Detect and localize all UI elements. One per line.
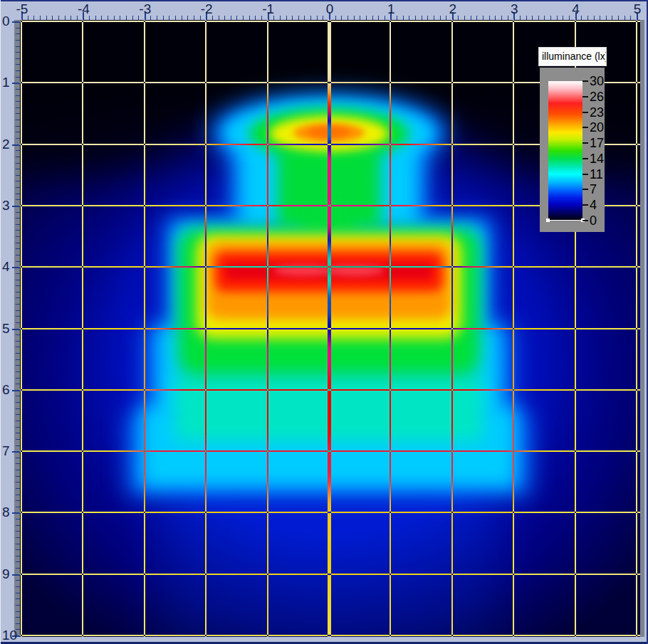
minor-tick xyxy=(175,16,176,20)
minor-tick xyxy=(58,16,59,20)
minor-tick xyxy=(606,16,607,20)
minor-tick xyxy=(544,16,545,20)
minor-tick xyxy=(16,525,20,526)
minor-tick xyxy=(16,297,20,298)
ruler-top-label: 0 xyxy=(314,2,345,16)
minor-tick xyxy=(16,378,20,379)
minor-tick xyxy=(16,199,20,200)
legend-title: illuminance (lx) xyxy=(538,47,607,66)
ruler-top-label: 1 xyxy=(375,2,407,16)
colorbar-tick xyxy=(582,127,588,128)
colorbar-tick-label: 14 xyxy=(590,152,604,165)
minor-tick xyxy=(16,371,20,372)
minor-tick xyxy=(16,150,20,151)
minor-tick xyxy=(550,16,551,20)
minor-tick xyxy=(16,70,20,71)
ruler-vertical[interactable]: 012345678910 xyxy=(1,0,20,637)
minor-tick xyxy=(16,427,20,428)
minor-tick xyxy=(16,414,20,415)
major-tick xyxy=(12,267,20,268)
legend-illuminance[interactable]: illuminance (lx) 30262320171411740 xyxy=(538,47,607,233)
minor-tick xyxy=(434,16,434,20)
minor-tick xyxy=(354,16,355,20)
minor-tick xyxy=(538,16,539,20)
colorbar-tick xyxy=(582,174,588,175)
ruler-left-label: 4 xyxy=(2,260,10,274)
ruler-left-label: 3 xyxy=(2,199,10,213)
minor-tick xyxy=(16,212,20,213)
major-tick xyxy=(12,451,20,453)
minor-tick xyxy=(243,16,244,20)
ruler-left-label: 0 xyxy=(2,14,10,28)
minor-tick xyxy=(16,304,20,305)
grid-line-horizontal xyxy=(20,21,640,22)
minor-tick xyxy=(249,16,250,20)
minor-tick xyxy=(16,132,20,132)
ruler-left-label: 2 xyxy=(2,137,10,152)
colorbar-tick-label: 4 xyxy=(590,199,597,211)
colorbar-handle-left[interactable] xyxy=(546,218,550,222)
minor-tick xyxy=(16,556,20,556)
minor-tick xyxy=(16,126,20,127)
minor-tick xyxy=(618,16,619,20)
minor-tick xyxy=(16,488,20,489)
minor-tick xyxy=(236,16,237,20)
minor-tick xyxy=(126,16,127,20)
colorbar-tick-label: 30 xyxy=(590,75,604,88)
minor-tick xyxy=(16,261,20,262)
minor-tick xyxy=(16,598,20,599)
ruler-left-label: 8 xyxy=(2,505,10,519)
minor-tick xyxy=(16,476,20,477)
minor-tick xyxy=(16,113,20,114)
colorbar-tick-label: 11 xyxy=(590,168,603,181)
minor-tick xyxy=(182,16,182,20)
minor-tick xyxy=(16,605,20,606)
major-tick xyxy=(12,206,20,207)
minor-tick xyxy=(16,187,20,188)
minor-tick xyxy=(286,16,287,20)
minor-tick xyxy=(16,285,20,286)
minor-tick xyxy=(409,16,409,20)
ruler-left-label: 5 xyxy=(2,322,10,336)
window-border-left xyxy=(0,0,1,644)
colorbar-tick-label: 7 xyxy=(590,183,597,196)
minor-tick xyxy=(16,500,20,501)
minor-tick xyxy=(16,138,20,139)
minor-tick xyxy=(16,248,20,249)
minor-tick xyxy=(16,537,20,538)
minor-tick xyxy=(16,568,20,569)
minor-tick xyxy=(163,16,164,20)
minor-tick xyxy=(16,617,20,618)
minor-tick xyxy=(114,16,115,20)
colorbar-tick xyxy=(582,142,588,144)
minor-tick xyxy=(476,16,477,20)
ruler-left-label: 6 xyxy=(2,383,10,397)
minor-tick xyxy=(16,77,20,78)
grid-line-horizontal xyxy=(20,574,640,575)
minor-tick xyxy=(16,433,20,433)
minor-tick xyxy=(16,273,20,274)
minor-tick xyxy=(372,16,373,20)
minor-tick xyxy=(16,280,20,280)
minor-tick xyxy=(471,16,471,20)
minor-tick xyxy=(16,593,20,593)
minor-tick xyxy=(16,46,20,47)
minor-tick xyxy=(292,16,293,20)
minor-tick xyxy=(16,353,20,354)
minor-tick xyxy=(16,531,20,532)
major-tick xyxy=(12,574,20,576)
major-tick xyxy=(12,390,20,391)
minor-tick xyxy=(495,16,496,20)
ruler-horizontal[interactable]: -5-4-3-2-1012345 xyxy=(0,1,648,20)
grid-line-horizontal xyxy=(20,328,640,329)
colorbar-tick xyxy=(582,204,588,206)
minor-tick xyxy=(16,316,20,317)
minor-tick xyxy=(16,334,20,335)
minor-tick xyxy=(16,89,20,90)
ruler-left-label: 9 xyxy=(2,567,10,581)
minor-tick xyxy=(108,16,108,20)
minor-tick xyxy=(415,16,416,20)
minor-tick xyxy=(489,16,490,20)
grid-line-horizontal xyxy=(20,389,640,391)
ruler-edge-strip-right xyxy=(640,20,644,637)
